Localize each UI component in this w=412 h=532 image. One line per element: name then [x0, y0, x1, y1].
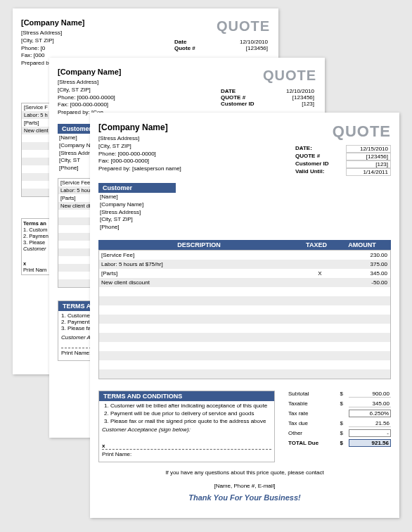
customer-line: [Company Name] [100, 201, 391, 209]
meta-label: Quote # [174, 45, 218, 51]
company-address-block: [Stress Address] [City, ST ZIP] Phone: [… [58, 79, 121, 117]
meta-label: QUOTE # [221, 94, 264, 101]
item-desc: New client discount [99, 279, 299, 286]
total-label: Tax due [288, 420, 329, 426]
address-line: [City, ST ZIP] [21, 37, 84, 45]
totals-block: Subtotal$900.00 Taxable$345.00 Tax rate6… [282, 389, 391, 448]
customer-line: [Name] [100, 194, 391, 201]
phone-line: Phone: [000-000-0000] [58, 94, 121, 102]
customer-heading: Customer [98, 183, 176, 193]
meta-value: [123456] [346, 153, 391, 160]
terms-heading: TERMS AND CONDITIONS [99, 391, 274, 401]
item-tax: X [299, 270, 341, 277]
item-amt: 230.00 [341, 252, 390, 258]
quote-meta: DATE12/10/2010 QUOTE #[123456] Customer … [221, 88, 316, 107]
item-desc: [Parts] [99, 270, 299, 277]
meta-label: Date [174, 39, 218, 45]
total-value: 921.56 [349, 439, 391, 447]
total-value: - [349, 429, 391, 437]
total-label: Other [288, 430, 329, 436]
company-name: [Company Name] [58, 68, 121, 76]
address-line: [Stress Address] [21, 30, 84, 37]
total-value: 345.00 [349, 400, 391, 407]
total-label: Taxable [288, 400, 329, 407]
total-label: Subtotal [288, 391, 329, 397]
meta-label: DATE [221, 88, 264, 94]
company-name: [Company Name] [21, 18, 84, 27]
customer-line: [City, ST ZIP] [100, 216, 391, 224]
col-amount: AMOUNT [337, 241, 387, 248]
terms-box: TERMS AND CONDITIONS Customer will be bi… [98, 391, 275, 462]
item-row [99, 342, 390, 351]
footer-line-1: If you have any questions about this pri… [98, 469, 391, 476]
quote-heading: QUOTE [174, 18, 270, 34]
currency: $ [335, 440, 343, 446]
col-taxed: TAXED [295, 241, 337, 248]
customer-line: [Phone] [100, 224, 391, 232]
items-table: [Service Fee]230.00 Labor: 5 hours at $7… [98, 250, 391, 379]
meta-label: Customer ID [295, 160, 339, 168]
meta-value: 1/14/2011 [346, 168, 391, 176]
meta-label: Customer ID [221, 101, 264, 107]
item-row: Labor: 5 hours at $75/hr]375.00 [99, 260, 390, 269]
item-row [99, 333, 390, 342]
address-line: [Stress Address] [58, 79, 121, 87]
signature-line [102, 449, 271, 450]
print-name: Print Name: [102, 451, 271, 457]
terms-line: Customer will be billed after indicating… [110, 403, 274, 410]
address-line: [City, ST ZIP] [98, 143, 181, 151]
terms-line: Payment will be due prior to delivery of… [110, 410, 274, 418]
prepared-by: Prepared by: [salesperson name] [98, 165, 181, 173]
meta-value: 12/10/2010 [225, 39, 270, 45]
fax-line: Fax: [000-000-0000] [98, 158, 181, 165]
item-row [99, 369, 390, 379]
total-value: 900.00 [349, 391, 391, 398]
phone-line: Phone: [000-000-0000] [98, 151, 181, 158]
footer-line-2: [Name, Phone #, E-mail] [98, 483, 391, 489]
terms-list: Customer will be billed after indicating… [99, 403, 274, 425]
address-line: [City, ST ZIP] [58, 87, 121, 94]
phone-line: Phone: [0 [21, 45, 84, 53]
customer-block: [Name] [Company Name] [Stress Address] [… [98, 194, 391, 232]
address-line: [Stress Address] [98, 135, 181, 143]
items-header: DESCRIPTION TAXED AMOUNT [98, 240, 391, 250]
item-row [99, 315, 390, 324]
meta-value: [123456] [225, 45, 270, 51]
currency: $ [335, 430, 343, 436]
total-value: 21.56 [349, 420, 391, 427]
total-label: Tax rate [288, 410, 329, 417]
customer-line: [Stress Address] [100, 209, 391, 217]
item-amt: -50.00 [341, 279, 390, 286]
item-amt: 345.00 [341, 270, 390, 277]
item-row: New client discount-50.00 [99, 278, 390, 287]
meta-value: [123] [271, 101, 316, 107]
meta-label: DATE: [295, 145, 339, 153]
total-value: 6.250% [349, 410, 391, 417]
item-row [99, 296, 390, 305]
currency: $ [335, 420, 343, 426]
acceptance-line: Customer Acceptance (sign below): [102, 426, 271, 433]
meta-value: [123] [346, 160, 391, 168]
item-row [99, 287, 390, 296]
item-desc: Labor: 5 hours at $75/hr] [99, 261, 299, 267]
item-row [99, 351, 390, 360]
company-address-block: [Stress Address] [City, ST ZIP] Phone: [… [98, 135, 181, 173]
item-row [99, 324, 390, 333]
signature-x: x [102, 443, 271, 449]
meta-value: [123456] [271, 94, 316, 101]
quote-heading: QUOTE [295, 122, 391, 141]
meta-value: 12/15/2010 [346, 145, 391, 153]
meta-label: QUOTE # [295, 153, 339, 160]
currency: $ [335, 400, 343, 407]
quote-heading: QUOTE [221, 68, 316, 84]
quote-meta: DATE:12/15/2010 QUOTE #[123456] Customer… [295, 145, 391, 176]
item-row: [Service Fee]230.00 [99, 251, 390, 260]
item-row [99, 305, 390, 315]
terms-line: Please fax or mail the signed price quot… [110, 418, 274, 426]
item-amt: 375.00 [341, 261, 390, 267]
item-row: [Parts]X345.00 [99, 269, 390, 278]
item-row [99, 360, 390, 369]
thank-you-line: Thank You For Your Business! [98, 493, 391, 502]
total-label: TOTAL Due [288, 440, 329, 446]
meta-value: 12/10/2010 [271, 88, 316, 94]
